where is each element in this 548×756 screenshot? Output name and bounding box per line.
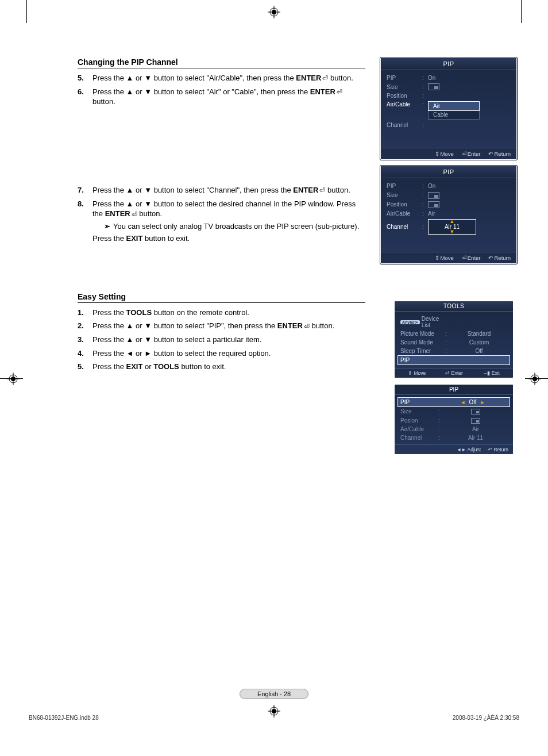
step-text: Press the ▲ or ▼ button to select "Chann… (92, 185, 365, 195)
step: 4.Press the ◄ or ► button to select the … (78, 348, 365, 359)
osd-body: PIP:On Size: Position: Air/Cable:Air Cha… (381, 178, 516, 252)
easy-steps-list: 1.Press the TOOLS button on the remote c… (78, 308, 365, 372)
step-number: 5. (78, 362, 92, 372)
steps-list-a: 5. Press the ▲ or ▼ button to select "Ai… (78, 73, 365, 107)
step-text: Press the ▲ or ▼ button to select the de… (92, 199, 365, 244)
registration-mark-icon (7, 373, 20, 385)
pip-sub-body: PIP ◄ Off ► Size: Posion: Air/Cable:Air … (395, 395, 513, 444)
anynet-badge-icon: Anynet+ (400, 320, 420, 324)
enter-icon: ⏎ (322, 74, 328, 83)
osd-row-pip: PIP:On (387, 74, 511, 82)
dropdown-option-air[interactable]: Air (428, 101, 480, 111)
hint-move: ⇕Move (435, 255, 454, 261)
footer-left: BN68-01392J-ENG.indb 28 (29, 715, 99, 721)
step-number: 2. (78, 321, 92, 331)
step-text: Press the TOOLS button on the remote con… (92, 308, 365, 318)
step-number: 6. (78, 87, 92, 107)
hint-return: ↶Return (488, 151, 511, 157)
footer-right: 2008-03-19 ¿ÀÈÄ 2:30:58 (453, 715, 519, 721)
osd-row-channel: Channel: (387, 121, 511, 129)
step-text: Press the ▲ or ▼ button to select "Air" … (92, 87, 365, 107)
channel-spinner[interactable]: ▲ Air 11 ▼ (428, 219, 476, 235)
step-text: Press the ▲ or ▼ button to select a part… (92, 335, 365, 345)
size-icon (428, 192, 439, 199)
arrow-right-icon[interactable]: ► (480, 400, 485, 405)
step-8: 8. Press the ▲ or ▼ button to select the… (78, 199, 365, 244)
crop-mark (26, 0, 27, 23)
tools-hints: ⇕ Move ⏎ Enter →▮ Exit (395, 368, 513, 378)
step: 1.Press the TOOLS button on the remote c… (78, 308, 365, 318)
pip-sub-row-aircable[interactable]: Air/Cable:Air (398, 425, 510, 433)
tools-row-picture-mode[interactable]: Picture Mode:Standard (398, 329, 510, 338)
step-number: 5. (78, 73, 92, 83)
registration-mark-icon (528, 373, 541, 385)
steps-list-b: 7. Press the ▲ or ▼ button to select "Ch… (78, 185, 365, 244)
osd-body: PIP:On Size: Position: Air/Cable: Air Ca… (381, 70, 516, 148)
step-number: 7. (78, 185, 92, 195)
pip-value: Off (469, 399, 476, 405)
position-icon (471, 418, 480, 424)
step-5: 5. Press the ▲ or ▼ button to select "Ai… (78, 73, 365, 83)
osd-title: PIP (381, 166, 516, 178)
tools-row-sound-mode[interactable]: Sound Mode:Custom (398, 338, 510, 347)
section-heading-changing-pip: Changing the PIP Channel (78, 57, 365, 68)
note-bullet-icon: ➢ (104, 221, 113, 232)
osd-panel-pip-channel: PIP PIP:On Size: Position: Air/Cable:Air… (380, 166, 517, 264)
tools-title: TOOLS (395, 301, 513, 312)
dropdown-aircable[interactable]: Air Cable (428, 101, 480, 120)
dropdown-option-cable[interactable]: Cable (429, 110, 479, 119)
tools-row-sleep-timer[interactable]: Sleep Timer:Off (398, 347, 510, 355)
hint-enter: ⏎Enter (462, 255, 481, 261)
pip-sub-row-posion[interactable]: Posion: (398, 416, 510, 424)
osd-row-size: Size: (387, 190, 511, 199)
pip-sub-row-size[interactable]: Size: (398, 407, 510, 416)
crop-mark (521, 0, 522, 23)
osd-row-position: Position: (387, 200, 511, 209)
note-line: ➢ You can select only analog TV broadcas… (104, 221, 365, 232)
enter-icon: ⏎ (337, 87, 342, 97)
pip-sub-row-channel[interactable]: Channel:Air 11 (398, 433, 510, 442)
hint-exit: →▮ Exit (483, 370, 500, 376)
step-number: 1. (78, 308, 92, 318)
size-icon (428, 83, 439, 90)
size-icon (471, 409, 480, 415)
osd-row-aircable[interactable]: Air/Cable: Air Cable (387, 100, 511, 121)
hint-return: ↶Return (488, 255, 511, 261)
step-number: 8. (78, 199, 92, 244)
hint-return: ↶ Return (488, 447, 508, 452)
osd-row-channel[interactable]: Channel: ▲ Air 11 ▼ (387, 218, 511, 236)
osd-panel-tools: TOOLS Anynet+Device List Picture Mode:St… (394, 301, 514, 378)
hint-enter: ⏎ Enter (445, 370, 463, 376)
step-text: Press the ▲ or ▼ button to select "Air/C… (92, 73, 365, 83)
hint-adjust: ◄► Adjust (457, 447, 481, 452)
step-number: 3. (78, 335, 92, 345)
tools-row-pip-selected[interactable]: PIP (398, 355, 510, 365)
pip-sub-row-pip[interactable]: PIP ◄ Off ► (398, 397, 510, 407)
osd-panel-pip-easy: PIP PIP ◄ Off ► Size: Posion: Air/C (394, 384, 514, 455)
step-7: 7. Press the ▲ or ▼ button to select "Ch… (78, 185, 365, 195)
hint-move: ⇕Move (435, 151, 454, 157)
exit-line: Press the EXIT button to exit. (92, 233, 365, 244)
osd-row-aircable: Air/Cable:Air (387, 209, 511, 218)
registration-mark-icon (268, 6, 280, 18)
osd-title: PIP (381, 58, 516, 70)
osd-hints: ⇕Move ⏎Enter ↶Return (381, 252, 516, 263)
tools-row-device-list[interactable]: Anynet+Device List (398, 314, 510, 329)
enter-icon: ⏎ (319, 186, 325, 195)
osd-hints: ⇕Move ⏎Enter ↶Return (381, 148, 516, 159)
pip-sub-hints: ◄► Adjust ↶ Return (395, 444, 513, 454)
step: 5.Press the EXIT or TOOLS button to exit… (78, 362, 365, 372)
arrow-left-icon[interactable]: ◄ (461, 400, 466, 405)
osd-row-size: Size: (387, 82, 511, 91)
step-text: Press the ▲ or ▼ button to select "PIP",… (92, 321, 365, 331)
osd-row-position: Position: (387, 91, 511, 100)
note-text: You can select only analog TV broadcasts… (113, 221, 359, 232)
footer-line: BN68-01392J-ENG.indb 28 2008-03-19 ¿ÀÈÄ … (29, 715, 519, 721)
osd-row-pip: PIP:On (387, 182, 511, 190)
osd-panel-pip-aircable: PIP PIP:On Size: Position: Air/Cable: Ai… (380, 57, 517, 160)
position-icon (428, 201, 439, 208)
step-6: 6. Press the ▲ or ▼ button to select "Ai… (78, 87, 365, 107)
arrow-down-icon[interactable]: ▼ (429, 230, 476, 234)
step-text: Press the EXIT or TOOLS button to exit. (92, 362, 365, 372)
hint-enter: ⏎Enter (462, 151, 481, 157)
